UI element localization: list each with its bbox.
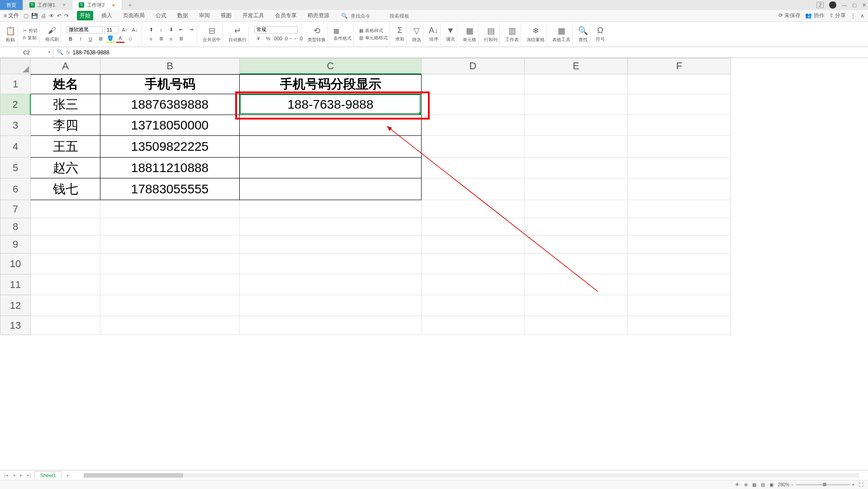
- formula-input[interactable]: [73, 49, 864, 56]
- cell-F5[interactable]: [628, 158, 731, 178]
- window-close-icon[interactable]: ✕: [862, 2, 866, 8]
- row-header-1[interactable]: 1: [0, 74, 31, 94]
- tab-workbook2[interactable]: 工作簿2●: [72, 0, 122, 10]
- rowcol-icon[interactable]: ▤: [487, 26, 495, 36]
- cell-B2[interactable]: 18876389888: [100, 94, 240, 115]
- currency-icon[interactable]: ¥: [254, 34, 262, 43]
- cell-F1[interactable]: [628, 74, 731, 94]
- col-header-A[interactable]: A: [31, 58, 100, 74]
- col-header-E[interactable]: E: [525, 58, 628, 74]
- find-icon[interactable]: 🔍: [578, 26, 588, 36]
- font-select[interactable]: [66, 26, 103, 34]
- fill-icon[interactable]: ▼: [446, 26, 455, 35]
- ribbontab-layout[interactable]: 页面布局: [120, 11, 147, 20]
- cell-F7[interactable]: [628, 200, 731, 218]
- cell-A3[interactable]: 李四: [31, 115, 100, 136]
- zoom-value[interactable]: 280%: [778, 482, 790, 487]
- cell-F11[interactable]: [628, 274, 731, 295]
- horizontal-scrollbar[interactable]: [84, 473, 859, 478]
- cell-B8[interactable]: [100, 218, 240, 235]
- cell-B3[interactable]: 13718050000: [100, 115, 240, 136]
- view-normal-icon[interactable]: ▦: [752, 482, 756, 487]
- fillcolor-icon[interactable]: 🪣: [106, 35, 114, 43]
- col-header-C[interactable]: C: [240, 58, 422, 74]
- avatar[interactable]: [829, 1, 836, 9]
- qat-save-icon[interactable]: 💾: [31, 13, 38, 19]
- name-box[interactable]: C2▼: [0, 47, 53, 58]
- cell-F4[interactable]: [628, 136, 731, 158]
- ribbontab-start[interactable]: 开始: [77, 11, 93, 20]
- cell-A13[interactable]: [31, 316, 100, 335]
- cell-C2[interactable]: 188-7638-9888: [240, 94, 422, 115]
- paste-label[interactable]: 粘贴: [6, 37, 15, 43]
- ribbontab-docer[interactable]: 稻壳资源: [305, 11, 332, 20]
- row-header-11[interactable]: 11: [0, 274, 31, 295]
- qat-print-icon[interactable]: 🖨: [41, 13, 46, 19]
- cell-A7[interactable]: [31, 200, 100, 218]
- ribbontab-formula[interactable]: 公式: [153, 11, 169, 20]
- align-top-icon[interactable]: ⬆: [147, 26, 155, 34]
- window-badge[interactable]: 2: [816, 2, 824, 8]
- cell-D1[interactable]: [422, 74, 525, 94]
- sheet-add-button[interactable]: +: [64, 473, 72, 478]
- indent-inc-icon[interactable]: ⇥: [187, 26, 195, 34]
- row-header-8[interactable]: 8: [0, 218, 31, 235]
- ribbontab-dev[interactable]: 开发工具: [240, 11, 267, 20]
- cell-B1[interactable]: 手机号码: [100, 74, 240, 94]
- number-format-select[interactable]: [254, 26, 298, 34]
- cell-B5[interactable]: 18811210888: [100, 158, 240, 178]
- hamburger-icon[interactable]: ≡: [4, 13, 6, 19]
- comma-icon[interactable]: 000: [274, 34, 282, 43]
- ribbontab-review[interactable]: 审阅: [196, 11, 213, 20]
- more-icon[interactable]: ⋮: [850, 13, 856, 19]
- sort-icon[interactable]: A↓: [429, 26, 438, 35]
- clear-format-icon[interactable]: ◇: [126, 35, 134, 43]
- chevron-down-icon[interactable]: ▼: [47, 50, 51, 54]
- qat-undo-icon[interactable]: ↶: [57, 13, 62, 19]
- sheet-nav-last[interactable]: ▸|: [26, 472, 33, 478]
- row-header-6[interactable]: 6: [0, 178, 31, 200]
- view-page-icon[interactable]: ▤: [761, 482, 765, 487]
- sum-icon[interactable]: Σ: [397, 26, 402, 35]
- align-right-icon[interactable]: ≡: [167, 35, 175, 43]
- align-center-icon[interactable]: ≣: [157, 35, 165, 43]
- cell-A10[interactable]: [31, 254, 100, 274]
- zoom-slider[interactable]: [796, 484, 850, 485]
- row-header-12[interactable]: 12: [0, 295, 31, 316]
- cut-button[interactable]: ✂剪切: [23, 28, 38, 34]
- worksheet-icon[interactable]: ▥: [508, 26, 516, 36]
- zoom-slider-thumb[interactable]: [823, 483, 826, 486]
- ribbontab-insert[interactable]: 插入: [99, 11, 115, 20]
- cell-A8[interactable]: [31, 218, 100, 235]
- cell-D2[interactable]: [422, 94, 525, 115]
- search-template-input[interactable]: [389, 13, 426, 19]
- paste-icon[interactable]: 📋: [5, 26, 15, 36]
- underline-icon[interactable]: U: [86, 35, 95, 43]
- tab-add[interactable]: +: [122, 0, 138, 10]
- cell-A11[interactable]: [31, 274, 100, 295]
- zoom-fx-icon[interactable]: 🔍: [57, 49, 63, 55]
- col-header-D[interactable]: D: [422, 58, 525, 74]
- cell-A6[interactable]: 钱七: [31, 178, 100, 200]
- percent-icon[interactable]: %: [264, 34, 272, 43]
- italic-icon[interactable]: I: [76, 35, 85, 43]
- table-format-button[interactable]: ▦ 表格样式: [359, 28, 383, 34]
- cell-F12[interactable]: [628, 295, 731, 316]
- col-header-F[interactable]: F: [628, 58, 731, 74]
- cell-A2[interactable]: 张三: [31, 94, 100, 115]
- cell-C13[interactable]: [240, 316, 422, 335]
- merge-icon[interactable]: ⊟: [209, 26, 215, 36]
- sheet-nav-prev[interactable]: ◂: [11, 472, 17, 478]
- align-middle-icon[interactable]: ↕: [157, 26, 165, 34]
- tabletools-icon[interactable]: ▦: [558, 26, 565, 36]
- ribbontab-view[interactable]: 视图: [218, 11, 234, 20]
- format-painter-icon[interactable]: 🖌: [48, 26, 56, 35]
- grow-font-icon[interactable]: A↑: [121, 26, 129, 34]
- unsaved-indicator[interactable]: ⟳ 未保存: [778, 12, 801, 19]
- cell-B6[interactable]: 17883055555: [100, 178, 240, 200]
- cell-F3[interactable]: [628, 115, 731, 136]
- row-header-4[interactable]: 4: [0, 136, 31, 158]
- cell-B12[interactable]: [100, 295, 240, 316]
- share-button[interactable]: ⇪ 分享: [829, 12, 846, 19]
- select-all-corner[interactable]: [0, 58, 31, 74]
